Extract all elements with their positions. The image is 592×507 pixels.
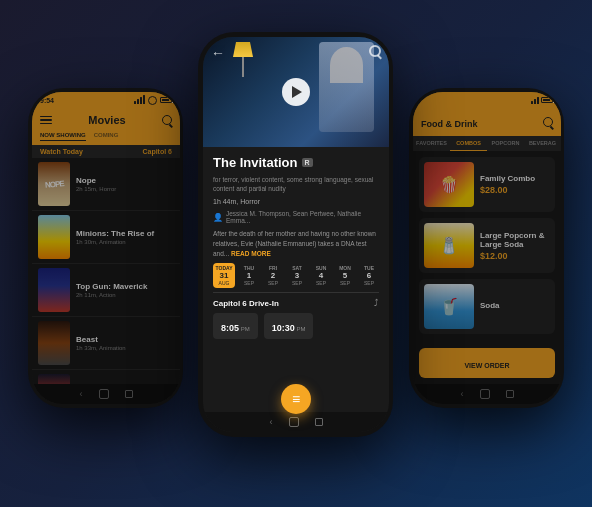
right-tab-combos[interactable]: COMBOS bbox=[450, 136, 487, 151]
food-name-popcorn: Large Popcorn & Large Soda bbox=[480, 231, 550, 249]
list-item[interactable]: THIS IS NOT A SAFE SPACE Bodies Bodies B… bbox=[32, 370, 180, 384]
synopsis-text: After the death of her mother and having… bbox=[213, 229, 379, 258]
date-tab-sun[interactable]: SUN 4 SEP bbox=[311, 263, 331, 288]
list-item[interactable]: 🍿 Family Combo $28.00 bbox=[419, 157, 555, 212]
menu-icon[interactable] bbox=[40, 116, 52, 125]
director-row: 👤 Jessica M. Thompson, Sean Pertwee, Nat… bbox=[213, 210, 379, 224]
right-tab-beverages[interactable]: BEVERAG bbox=[524, 136, 561, 151]
date-month-mon: SEP bbox=[340, 280, 350, 286]
hero-lamp bbox=[233, 42, 253, 77]
right-header: Food & Drink bbox=[413, 108, 561, 136]
signal-bars-icon bbox=[134, 96, 145, 104]
right-nav-back-icon[interactable]: ‹ bbox=[461, 389, 464, 399]
right-title-text: Food & Drink bbox=[421, 119, 478, 129]
back-button[interactable]: ← bbox=[211, 45, 225, 61]
center-nav-recents-icon[interactable] bbox=[315, 418, 323, 426]
right-nav-recents-icon[interactable] bbox=[506, 390, 514, 398]
left-header: Movies bbox=[32, 108, 180, 130]
list-item[interactable]: Minions: The Rise of 1h 30m, Animation bbox=[32, 211, 180, 264]
center-hero: ← bbox=[203, 37, 389, 147]
right-battery-icon bbox=[541, 97, 553, 103]
list-item[interactable]: Top Gun: Maverick 2h 11m, Action bbox=[32, 264, 180, 317]
date-month-sat: SEP bbox=[292, 280, 302, 286]
center-nav-home-icon[interactable] bbox=[289, 417, 299, 427]
food-list: 🍿 Family Combo $28.00 🧂 bbox=[413, 151, 561, 348]
date-month-fri: SEP bbox=[268, 280, 278, 286]
movie-info-topgun: Top Gun: Maverick 2h 11m, Action bbox=[76, 282, 174, 298]
nav-recents-icon[interactable] bbox=[125, 390, 133, 398]
movie-info-nope: Nope 2h 15m, Horror bbox=[76, 176, 174, 192]
showtime-time-2: 10:30 PM bbox=[272, 323, 306, 333]
movie-title-beast: Beast bbox=[76, 335, 174, 344]
left-phone: 9:54 bbox=[28, 88, 183, 408]
food-image-combo: 🍿 bbox=[424, 162, 474, 207]
date-num-fri: 2 bbox=[271, 271, 275, 280]
showtime-ampm-2: PM bbox=[295, 326, 306, 332]
showtime-1[interactable]: 8:05 PM bbox=[213, 313, 258, 339]
left-phone-screen: 9:54 bbox=[32, 92, 180, 404]
view-order-label: VIEW ORDER bbox=[464, 362, 509, 369]
date-month-sun: SEP bbox=[316, 280, 326, 286]
left-tab-coming[interactable]: COMING bbox=[94, 132, 119, 141]
list-item[interactable]: NOPE Nope 2h 15m, Horror bbox=[32, 158, 180, 211]
list-item[interactable]: 🥤 Soda bbox=[419, 279, 555, 334]
nav-back-icon[interactable]: ‹ bbox=[80, 389, 83, 399]
movie-info-minions: Minions: The Rise of 1h 30m, Animation bbox=[76, 229, 174, 245]
list-item[interactable]: 🧂 Large Popcorn & Large Soda $12.00 bbox=[419, 218, 555, 273]
left-search-icon[interactable] bbox=[162, 115, 172, 125]
movie-poster-topgun bbox=[38, 268, 70, 312]
movie-rating-badge: R bbox=[302, 158, 313, 167]
center-nav-bar: ‹ bbox=[203, 412, 389, 432]
left-nav-bar: ‹ bbox=[32, 384, 180, 404]
view-order-button[interactable]: VIEW ORDER bbox=[419, 348, 555, 378]
nope-logo: NOPE bbox=[44, 179, 63, 190]
right-tabs: FAVORITES COMBOS POPCORN BEVERAG bbox=[413, 136, 561, 151]
filter-icon: ≡ bbox=[292, 391, 300, 407]
watch-today-label: Watch Today bbox=[40, 148, 83, 155]
date-tab-sat[interactable]: SAT 3 SEP bbox=[287, 263, 307, 288]
left-tab-now-showing[interactable]: NOW SHOWING bbox=[40, 132, 86, 141]
movie-detail-title-row: The Invitation R bbox=[213, 155, 379, 170]
play-button[interactable] bbox=[282, 78, 310, 106]
hero-search-button[interactable] bbox=[369, 45, 381, 57]
left-status-bar: 9:54 bbox=[32, 92, 180, 108]
list-item[interactable]: Beast 1h 33m, Animation bbox=[32, 317, 180, 370]
date-tab-thu[interactable]: THU 1 SEP bbox=[239, 263, 259, 288]
figure-shape bbox=[319, 42, 374, 132]
date-month-tue: SEP bbox=[364, 280, 374, 286]
popcorn-emoji: 🧂 bbox=[439, 236, 459, 255]
food-name-combo: Family Combo bbox=[480, 174, 550, 183]
filter-fab-button[interactable]: ≡ bbox=[281, 384, 311, 414]
right-search-icon[interactable] bbox=[543, 117, 553, 127]
right-nav-home-icon[interactable] bbox=[480, 389, 490, 399]
center-nav-back-icon[interactable]: ‹ bbox=[270, 417, 273, 427]
left-status-icons bbox=[134, 96, 172, 105]
movie-poster-bodies: THIS IS NOT A SAFE SPACE bbox=[38, 374, 70, 384]
right-tab-favorites[interactable]: FAVORITES bbox=[413, 136, 450, 151]
center-phone: ← The Invitation R for terror, violent c… bbox=[198, 32, 393, 437]
right-tab-popcorn[interactable]: POPCORN bbox=[487, 136, 524, 151]
date-tab-today[interactable]: TODAY 31 AUG bbox=[213, 263, 235, 288]
genre-runtime: 1h 44m, Horror bbox=[213, 198, 379, 205]
read-more-button[interactable]: READ MORE bbox=[231, 250, 271, 257]
right-screen-content: Food & Drink FAVORITES COMBOS POPCORN BE… bbox=[413, 92, 561, 404]
share-icon[interactable]: ⤴ bbox=[374, 298, 379, 308]
movie-meta-nope: 2h 15m, Horror bbox=[76, 186, 174, 192]
theater-name: Capitol 6 Drive-In bbox=[213, 299, 279, 308]
food-info-soda: Soda bbox=[480, 301, 550, 312]
right-phone: Food & Drink FAVORITES COMBOS POPCORN BE… bbox=[409, 88, 564, 408]
date-tab-mon[interactable]: MON 5 SEP bbox=[335, 263, 355, 288]
date-month-today: AUG bbox=[219, 280, 230, 286]
food-name-soda: Soda bbox=[480, 301, 550, 310]
showtime-2[interactable]: 10:30 PM bbox=[264, 313, 314, 339]
date-tab-fri[interactable]: FRI 2 SEP bbox=[263, 263, 283, 288]
figure-head bbox=[330, 47, 363, 83]
showtime-ampm-1: PM bbox=[239, 326, 250, 332]
center-phone-screen: ← The Invitation R for terror, violent c… bbox=[203, 37, 389, 432]
date-tab-tue[interactable]: TUE 6 SEP bbox=[359, 263, 379, 288]
movie-meta-minions: 1h 30m, Animation bbox=[76, 239, 174, 245]
nav-home-icon[interactable] bbox=[99, 389, 109, 399]
right-header-title: Food & Drink bbox=[421, 113, 543, 131]
combo-image: 🍿 bbox=[424, 162, 474, 207]
search-icon bbox=[369, 45, 381, 57]
